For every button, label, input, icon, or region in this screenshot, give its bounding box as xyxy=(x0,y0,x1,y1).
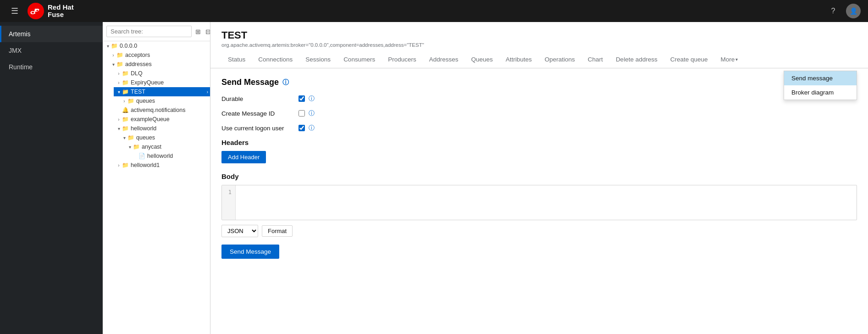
sidebar-item-jmx-label: JMX xyxy=(9,47,22,54)
tree-folder-icon-test-queues: 📁 xyxy=(127,98,134,104)
durable-info-icon[interactable]: ⓘ xyxy=(309,95,315,103)
durable-checkbox[interactable] xyxy=(299,95,305,102)
expand-all-icon: ⊞ xyxy=(195,28,201,35)
help-button[interactable]: ? xyxy=(826,4,840,18)
tree-node-activemq-notifications-text: activemq.notifications xyxy=(131,107,186,113)
use-current-logon-checkbox[interactable] xyxy=(299,125,305,131)
tab-attributes[interactable]: Attributes xyxy=(499,52,538,68)
sidebar-item-runtime[interactable]: Runtime xyxy=(0,59,103,75)
tree-children-anycast: 📄 helloworld xyxy=(125,151,210,161)
add-header-button[interactable]: Add Header xyxy=(221,151,266,163)
tab-more[interactable]: More ▾ xyxy=(714,52,745,68)
more-dropdown-broker-diagram[interactable]: Broker diagram xyxy=(784,85,857,100)
tree-file-icon-activemq-notifications: 🔔 xyxy=(122,107,129,113)
body-editor-content[interactable] xyxy=(236,185,857,220)
use-current-logon-label: Use current logon user xyxy=(221,125,295,132)
tree-node-anycast-text: anycast xyxy=(142,144,161,150)
tree-toggle-test-queues: › xyxy=(121,99,127,104)
tab-consumers[interactable]: Consumers xyxy=(337,52,381,68)
tree-node-helloworld-leaf: 📄 helloworld xyxy=(130,151,210,161)
tree-node-helloworld-label[interactable]: ▾ 📁 helloworld xyxy=(114,124,210,133)
tree-node-helloworld-leaf-text: helloworld xyxy=(147,153,173,159)
use-current-logon-row: Use current logon user ⓘ xyxy=(221,124,857,132)
headers-section-title: Headers xyxy=(221,139,857,146)
tree-node-helloworld-text: helloworld xyxy=(131,125,156,132)
tab-create-queue[interactable]: Create queue xyxy=(664,52,714,68)
create-message-id-info-icon[interactable]: ⓘ xyxy=(309,109,315,117)
tree-node-hw-queues-label[interactable]: ▾ 📁 queues xyxy=(119,133,210,142)
tree-toggle-examplequeue: › xyxy=(116,117,122,122)
tree-toggle-root: ▾ xyxy=(105,44,111,49)
tree-node-anycast: ▾ 📁 anycast xyxy=(125,142,210,161)
hamburger-button[interactable]: ☰ xyxy=(7,4,22,18)
tree-node-test-queues-label[interactable]: › 📁 queues xyxy=(119,96,210,106)
hamburger-icon: ☰ xyxy=(11,6,18,16)
tree-node-helloworld1: › 📁 helloworld1 xyxy=(114,161,210,170)
tree-node-dlq-label[interactable]: › 📁 DLQ xyxy=(114,69,210,78)
redhat-logo xyxy=(28,3,44,19)
tree-node-helloworld1-label[interactable]: › 📁 helloworld1 xyxy=(114,161,210,170)
tree-node-expiryqueue-label[interactable]: › 📁 ExpiryQueue xyxy=(114,78,210,87)
tab-delete-address[interactable]: Delete address xyxy=(609,52,664,68)
tab-operations[interactable]: Operations xyxy=(538,52,581,68)
tree-node-helloworld1-text: helloworld1 xyxy=(131,162,160,168)
body-section-title: Body xyxy=(221,173,857,180)
tree-node-helloworld-leaf-label[interactable]: 📄 helloworld xyxy=(130,151,210,161)
tree-panel: ⊞ ⊟ ▾ 📁 0.0.0.0 › xyxy=(103,22,210,334)
tab-connections[interactable]: Connections xyxy=(252,52,299,68)
tab-producers[interactable]: Producers xyxy=(381,52,423,68)
brand: Red Hat Fuse xyxy=(28,3,74,19)
tab-sessions[interactable]: Sessions xyxy=(299,52,337,68)
create-message-id-label: Create Message ID xyxy=(221,110,295,117)
format-select[interactable]: JSON XML Text xyxy=(221,225,258,237)
tab-chart[interactable]: Chart xyxy=(581,52,609,68)
tree-node-test-queues: › 📁 queues xyxy=(119,96,210,106)
tree-collapse-all-button[interactable]: ⊟ xyxy=(204,27,210,36)
tab-status[interactable]: Status xyxy=(221,52,252,68)
tree-search-input[interactable] xyxy=(106,26,192,37)
tree-node-expiryqueue: › 📁 ExpiryQueue xyxy=(114,78,210,87)
durable-label: Durable xyxy=(221,95,295,102)
tree-node-root-text: 0.0.0.0 xyxy=(120,43,137,49)
tree-node-addresses-label[interactable]: ▾ 📁 addresses xyxy=(108,60,210,69)
sidebar-item-runtime-label: Runtime xyxy=(9,63,33,71)
tree-node-activemq-notifications-label[interactable]: 🔔 activemq.notifications xyxy=(114,106,210,115)
page-subtitle: org.apache.activemq.artemis:broker="0.0.… xyxy=(221,42,857,48)
create-message-id-checkbox[interactable] xyxy=(299,110,305,117)
format-row: JSON XML Text Format xyxy=(221,225,857,237)
tree-children-test: › 📁 queues xyxy=(114,96,210,106)
tree-folder-icon-anycast: 📁 xyxy=(133,144,140,150)
tree-body: ▾ 📁 0.0.0.0 › 📁 acceptors xyxy=(103,41,210,334)
chevron-down-icon: ▾ xyxy=(735,57,738,62)
tree-toggle-dlq: › xyxy=(116,71,122,76)
tree-toggle-helloworld1: › xyxy=(116,163,122,168)
tree-folder-icon-root: 📁 xyxy=(111,43,118,49)
sidebar-item-jmx[interactable]: JMX xyxy=(0,42,103,59)
tree-node-helloworld: ▾ 📁 helloworld ▾ 📁 que xyxy=(114,124,210,161)
tree-node-examplequeue-label[interactable]: › 📁 exampleQueue xyxy=(114,115,210,124)
format-button[interactable]: Format xyxy=(262,225,293,237)
tree-node-test-label[interactable]: ▾ 📁 TEST › xyxy=(114,87,210,96)
tab-addresses[interactable]: Addresses xyxy=(423,52,465,68)
sidebar-item-artemis[interactable]: Artemis xyxy=(0,26,103,42)
tree-node-root-label[interactable]: ▾ 📁 0.0.0.0 xyxy=(103,41,210,50)
tab-queues[interactable]: Queues xyxy=(464,52,499,68)
tree-expand-all-button[interactable]: ⊞ xyxy=(194,27,203,36)
tree-toggle-expiryqueue: › xyxy=(116,80,122,85)
collapse-all-icon: ⊟ xyxy=(205,28,210,35)
tree-children-hw-queues: ▾ 📁 anycast xyxy=(119,142,210,161)
main-content: TEST org.apache.activemq.artemis:broker=… xyxy=(210,22,868,334)
tree-toggle-test: ▾ xyxy=(116,89,122,95)
use-current-logon-info-icon[interactable]: ⓘ xyxy=(309,124,315,132)
more-dropdown: Send message Broker diagram xyxy=(784,71,857,100)
help-icon: ? xyxy=(831,7,835,15)
send-message-button[interactable]: Send Message xyxy=(221,245,279,259)
tree-node-acceptors-label[interactable]: › 📁 acceptors xyxy=(108,50,210,60)
avatar[interactable]: 👤 xyxy=(846,4,861,18)
tree-search-icons: ⊞ ⊟ xyxy=(194,27,210,36)
tree-node-root: ▾ 📁 0.0.0.0 › 📁 acceptors xyxy=(103,41,210,170)
send-message-help-icon[interactable]: ⓘ xyxy=(282,78,289,87)
more-dropdown-send-message[interactable]: Send message xyxy=(784,71,857,85)
tree-node-anycast-label[interactable]: ▾ 📁 anycast xyxy=(125,142,210,151)
tree-file-icon-helloworld-leaf: 📄 xyxy=(138,153,145,159)
